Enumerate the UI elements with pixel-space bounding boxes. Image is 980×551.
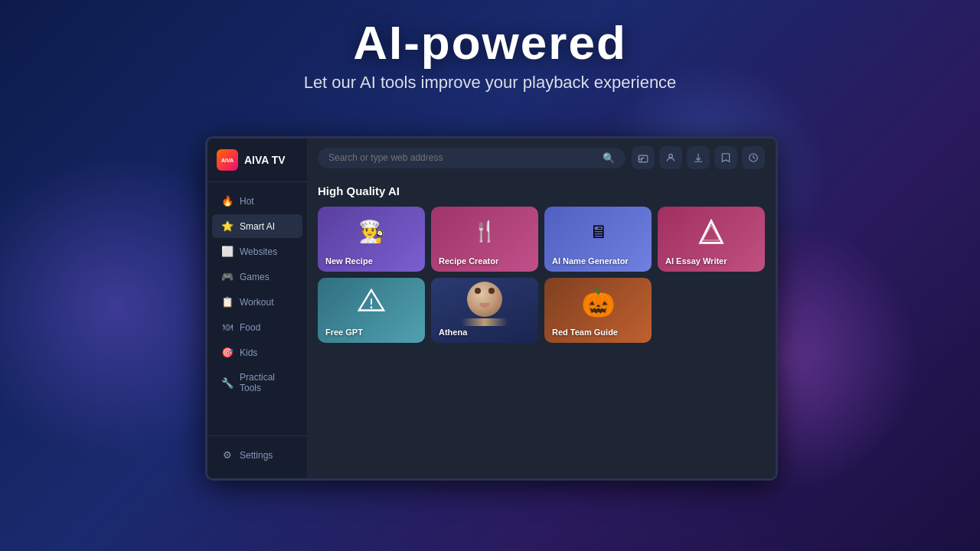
screen-button[interactable] (659, 146, 682, 169)
card-ai-essay-writer[interactable]: AI Essay Writer (658, 207, 765, 272)
card-label-ai-essay: AI Essay Writer (665, 256, 727, 266)
download-button[interactable] (687, 146, 710, 169)
card-label-red-team: Red Team Guide (552, 328, 618, 337)
section-title: High Quality AI (318, 184, 765, 197)
tools-icon: 🔧 (221, 377, 234, 389)
monitor-icon: 🖥 (589, 221, 607, 243)
svg-rect-0 (639, 155, 648, 162)
workout-icon: 📋 (221, 296, 234, 308)
app-name: AIVA TV (244, 154, 286, 166)
card-ai-name-generator[interactable]: 🖥 AI Name Generator (544, 207, 652, 272)
athena-face (467, 282, 502, 317)
search-bar[interactable]: 🔍 (318, 148, 626, 168)
topbar-icons (632, 146, 765, 169)
sidebar-item-practical-tools[interactable]: 🔧 Practical Tools (212, 366, 302, 399)
header-title: AI-powered (0, 15, 980, 70)
food-icon: 🍽 (221, 321, 234, 333)
card-label-recipe-creator: Recipe Creator (439, 256, 498, 266)
history-button[interactable] (742, 146, 765, 169)
star-icon: ⭐ (221, 220, 234, 232)
ai-cards-row2: Free GPT (318, 278, 765, 343)
svg-point-1 (669, 154, 673, 158)
sidebar: AIVA AIVA TV 🔥 Hot ⭐ Smart AI ⬜ Websites… (207, 139, 307, 478)
card-new-recipe[interactable]: 👨‍🍳 New Recipe (318, 207, 425, 272)
sidebar-item-settings[interactable]: ⚙ Settings (212, 443, 302, 467)
sidebar-item-websites[interactable]: ⬜ Websites (212, 240, 302, 263)
search-icon: 🔍 (603, 152, 615, 164)
free-gpt-icon (357, 289, 386, 318)
bookmark-button[interactable] (714, 146, 737, 169)
card-label-ai-name: AI Name Generator (552, 256, 629, 266)
chef-hat-icon: 👨‍🍳 (358, 219, 385, 244)
tv-frame: AIVA AIVA TV 🔥 Hot ⭐ Smart AI ⬜ Websites… (205, 136, 778, 481)
fork-knife-icon: 🍴 (472, 220, 497, 243)
sidebar-item-food[interactable]: 🍽 Food (212, 315, 302, 339)
main-content: 🔍 (307, 139, 776, 478)
kids-icon: 🎯 (221, 347, 234, 358)
ai-cards-row1: 👨‍🍳 New Recipe 🍴 Recipe Creator 🖥 AI Nam… (318, 207, 765, 272)
sidebar-item-games[interactable]: 🎮 Games (212, 265, 302, 289)
card-label-athena: Athena (439, 328, 467, 337)
fire-icon: 🔥 (221, 195, 234, 207)
app-logo: AIVA AIVA TV (207, 149, 307, 182)
card-red-team-guide[interactable]: 🎃 Red Team Guide (544, 278, 652, 343)
essay-logo-icon (697, 218, 725, 246)
sidebar-item-hot[interactable]: 🔥 Hot (212, 189, 302, 213)
search-input[interactable] (328, 152, 596, 163)
websites-icon: ⬜ (221, 246, 234, 257)
sidebar-item-workout[interactable]: 📋 Workout (212, 290, 302, 314)
athena-avatar (462, 282, 508, 326)
card-athena[interactable]: Athena (431, 278, 538, 343)
header-subtitle: Let our AI tools improve your playback e… (0, 73, 980, 93)
content-area: High Quality AI 👨‍🍳 New Recipe 🍴 Recipe … (307, 177, 776, 478)
card-free-gpt[interactable]: Free GPT (318, 278, 425, 343)
pumpkin-icon: 🎃 (581, 287, 616, 319)
card-label-free-gpt: Free GPT (325, 328, 363, 337)
settings-icon: ⚙ (221, 449, 234, 461)
topbar: 🔍 (307, 139, 776, 177)
card-label-new-recipe: New Recipe (325, 256, 373, 266)
sidebar-item-smart-ai[interactable]: ⭐ Smart AI (212, 214, 302, 238)
logo-icon: AIVA (217, 149, 238, 171)
header: AI-powered Let our AI tools improve your… (0, 15, 980, 93)
athena-hair (462, 318, 508, 326)
cast-button[interactable] (632, 146, 655, 169)
svg-point-7 (371, 306, 373, 308)
card-recipe-creator[interactable]: 🍴 Recipe Creator (431, 207, 538, 272)
games-icon: 🎮 (221, 271, 234, 282)
sidebar-item-kids[interactable]: 🎯 Kids (212, 341, 302, 364)
